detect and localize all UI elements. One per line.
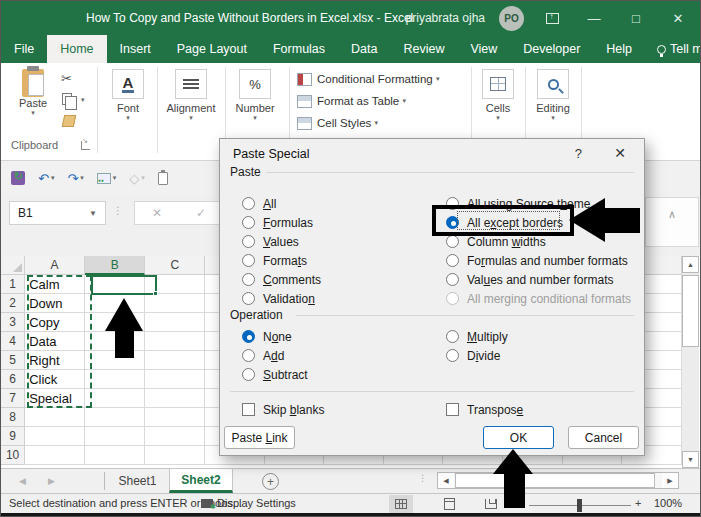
row-header[interactable]: 6 xyxy=(1,370,25,389)
cell[interactable] xyxy=(25,408,85,427)
select-all-corner[interactable] xyxy=(1,256,25,275)
tab-home[interactable]: Home xyxy=(47,35,106,63)
horizontal-scrollbar[interactable]: ◀ ▶ xyxy=(437,472,679,489)
cell[interactable] xyxy=(145,408,205,427)
scroll-up-icon[interactable]: ▲ xyxy=(682,256,699,273)
minimize-button[interactable]: — xyxy=(580,6,608,30)
format-painter-icon[interactable] xyxy=(62,115,77,127)
row-header[interactable]: 2 xyxy=(1,294,25,313)
row-header[interactable]: 3 xyxy=(1,313,25,332)
cell[interactable] xyxy=(145,294,205,313)
cut-icon[interactable]: ✂ xyxy=(61,71,72,86)
row-header[interactable]: 7 xyxy=(1,389,25,408)
save-button[interactable] xyxy=(11,171,25,185)
ok-button[interactable]: OK xyxy=(483,426,554,449)
radio-multiply[interactable]: Multiply xyxy=(446,327,508,346)
new-sheet-button[interactable]: + xyxy=(262,473,279,490)
cell[interactable] xyxy=(85,370,146,389)
radio-formats[interactable]: Formats xyxy=(242,251,307,270)
paste-link-button[interactable]: Paste Link xyxy=(224,426,295,449)
tell-me-box[interactable]: Tell me xyxy=(645,35,701,63)
cancel-button[interactable]: Cancel xyxy=(568,426,639,449)
tab-insert[interactable]: Insert xyxy=(107,35,164,63)
row-header[interactable]: 4 xyxy=(1,332,25,351)
zoom-in-button[interactable]: + xyxy=(635,497,641,509)
checkbox-skip-blanks[interactable]: Skip blanks xyxy=(242,400,324,419)
cell[interactable] xyxy=(85,427,146,446)
cell[interactable] xyxy=(25,427,85,446)
cell[interactable]: Right xyxy=(25,351,85,370)
row-header[interactable]: 9 xyxy=(1,427,25,446)
normal-view-button[interactable] xyxy=(389,495,413,513)
scroll-down-icon[interactable]: ▼ xyxy=(682,451,699,468)
account-name[interactable]: priyabrata ojha xyxy=(406,11,485,25)
share-button[interactable]: ▾ xyxy=(97,173,117,184)
cell[interactable]: Copy xyxy=(25,313,85,332)
fill-handle[interactable] xyxy=(153,291,158,296)
copy-icon[interactable] xyxy=(62,93,72,105)
tab-formulas[interactable]: Formulas xyxy=(260,35,338,63)
undo-chevron-icon[interactable]: ▾ xyxy=(51,174,55,182)
active-cell-b1[interactable] xyxy=(91,275,157,295)
formula-cancel-button[interactable]: ✕ xyxy=(152,206,162,220)
name-box-chevron-icon[interactable]: ▼ xyxy=(89,209,97,218)
vertical-scroll-thumb[interactable] xyxy=(682,275,699,347)
row-header[interactable]: 5 xyxy=(1,351,25,370)
name-box[interactable]: B1 ▼ xyxy=(9,201,106,225)
undo-button[interactable]: ↶▾ xyxy=(38,171,54,186)
clipboard-dialog-launcher-icon[interactable] xyxy=(81,141,90,150)
radio-validation[interactable]: Validation xyxy=(242,289,315,308)
checkbox-transpose[interactable]: Transpose xyxy=(446,400,523,419)
radio-formulas[interactable]: Formulas xyxy=(242,213,313,232)
tab-page-layout[interactable]: Page Layout xyxy=(164,35,260,63)
cell[interactable] xyxy=(145,370,205,389)
zoom-slider-thumb[interactable] xyxy=(577,499,582,512)
cell[interactable] xyxy=(85,408,146,427)
dialog-help-button[interactable]: ? xyxy=(575,146,582,161)
sheet-nav-left-icon[interactable]: ◀ xyxy=(19,476,26,486)
zoom-level[interactable]: 100% xyxy=(654,497,682,509)
cell[interactable]: Data xyxy=(25,332,85,351)
editing-group-button[interactable]: Editing ▾ xyxy=(528,69,578,122)
cell[interactable] xyxy=(145,389,205,408)
horizontal-scroll-thumb[interactable] xyxy=(455,473,655,488)
radio-subtract[interactable]: Subtract xyxy=(242,365,308,384)
cell[interactable]: Click xyxy=(25,370,85,389)
cell[interactable] xyxy=(85,389,146,408)
ribbon-display-options-button[interactable] xyxy=(538,6,566,30)
radio-values-and-number-formats[interactable]: Values and number formats xyxy=(446,270,614,289)
column-header[interactable]: C xyxy=(145,256,205,275)
radio-formulas-and-number-formats[interactable]: Formulas and number formats xyxy=(446,251,628,270)
cell-styles-button[interactable]: Cell Styles ▾ xyxy=(297,112,439,134)
cell[interactable]: Calm xyxy=(25,275,85,294)
vertical-scrollbar[interactable]: ▲ ▼ xyxy=(682,256,699,468)
radio-add[interactable]: Add xyxy=(242,346,284,365)
scroll-right-icon[interactable]: ▶ xyxy=(662,473,678,488)
copy-dropdown-chevron-icon[interactable]: ▾ xyxy=(81,96,85,104)
cell[interactable] xyxy=(145,313,205,332)
cell[interactable] xyxy=(145,446,205,465)
formula-bar-expand-button[interactable]: ∧ xyxy=(645,197,699,247)
sheet-tab-sheet2[interactable]: Sheet2 xyxy=(169,469,233,493)
maximize-button[interactable]: □ xyxy=(622,6,650,30)
sheet-tab-sheet1[interactable]: Sheet1 xyxy=(106,469,169,493)
format-as-table-button[interactable]: Format as Table ▾ xyxy=(297,90,439,112)
conditional-formatting-button[interactable]: Conditional Formatting ▾ xyxy=(297,68,439,90)
row-header[interactable]: 10 xyxy=(1,446,25,465)
clipboard-qat-button[interactable] xyxy=(158,172,168,185)
tab-file[interactable]: File xyxy=(1,35,47,63)
cell[interactable]: Special xyxy=(25,389,85,408)
cell[interactable] xyxy=(145,351,205,370)
radio-values[interactable]: Values xyxy=(242,232,299,251)
paste-dropdown-chevron-icon[interactable]: ▾ xyxy=(11,109,55,117)
row-header[interactable]: 1 xyxy=(1,275,25,294)
radio-all[interactable]: All xyxy=(242,194,276,213)
tab-review[interactable]: Review xyxy=(390,35,457,63)
number-group-button[interactable]: % Number ▾ xyxy=(229,69,281,122)
redo-chevron-icon[interactable]: ▾ xyxy=(80,174,84,182)
tab-help[interactable]: Help xyxy=(593,35,645,63)
cell[interactable] xyxy=(145,332,205,351)
scrollbar-resize-dots[interactable]: ⋮ xyxy=(418,473,427,483)
font-group-button[interactable]: A Font ▾ xyxy=(103,69,153,122)
tab-data[interactable]: Data xyxy=(338,35,390,63)
